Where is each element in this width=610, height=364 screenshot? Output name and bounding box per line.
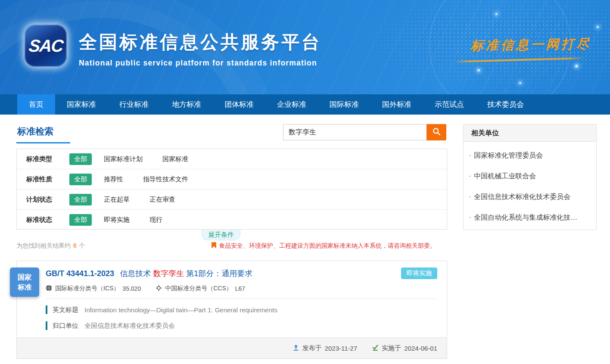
- filter-option[interactable]: 现行: [149, 216, 162, 224]
- filter-option[interactable]: 国家标准: [162, 155, 188, 163]
- site-title: 全国标准信息公共服务平台: [79, 30, 322, 54]
- english-title-row: 英文标题 Information technology—Digital twin…: [46, 305, 447, 315]
- filter-option[interactable]: 正在起草: [104, 196, 130, 204]
- nav-item-technical-committee[interactable]: 技术委员会: [476, 94, 535, 115]
- implemented-date-item: 实施于 2024-06-01: [372, 344, 437, 352]
- header-slogan: 标准信息一网打尽: [470, 35, 591, 55]
- implemented-date: 2024-06-01: [404, 345, 437, 352]
- nav-item-national-standards[interactable]: 国家标准: [55, 94, 108, 115]
- bookmark-icon: [212, 242, 216, 250]
- filter-label: 标准性质: [26, 175, 69, 184]
- glow-dot-decoration: [575, 65, 578, 68]
- glow-dot-decoration: [519, 82, 521, 84]
- filter-row-standard-nature: 标准性质 全部 推荐性 指导性技术文件: [17, 169, 447, 190]
- implement-check-icon: [372, 344, 379, 352]
- category-badge: 国家 标准: [10, 268, 39, 297]
- result-card: 国家 标准 GB/T 43441.1-2023 信息技术 数字孪生 第1部分：通…: [16, 261, 447, 359]
- nav-item-home[interactable]: 首页: [17, 94, 55, 115]
- committee-value: 全国信息技术标准化技术委员会: [84, 322, 175, 330]
- filter-all-badge[interactable]: 全部: [69, 174, 92, 185]
- search-icon: [432, 127, 441, 137]
- publish-upload-icon: [293, 344, 299, 352]
- filter-all-badge[interactable]: 全部: [69, 214, 92, 226]
- sac-logo-text: SAC: [28, 36, 63, 56]
- filter-all-badge[interactable]: 全部: [69, 194, 92, 205]
- result-summary: 为您找到相关结果约 6 个: [16, 242, 85, 250]
- notice-text: 食品安全、环境保护、工程建设方面的国家标准未纳入本系统，请咨询相关部委。: [219, 242, 436, 250]
- section-title-underline: [16, 142, 70, 143]
- nav-item-international-standards[interactable]: 国际标准: [318, 94, 370, 115]
- system-notice: 食品安全、环境保护、工程建设方面的国家标准未纳入本系统，请咨询相关部委。: [212, 242, 447, 250]
- compass-icon: [156, 285, 162, 292]
- site-header: SAC 全国标准信息公共服务平台 National public service…: [0, 0, 610, 94]
- filter-label: 标准状态: [26, 216, 69, 224]
- standard-code-link[interactable]: GB/T 43441.1-2023: [46, 269, 114, 278]
- nav-item-group-standards[interactable]: 团体标准: [213, 94, 265, 115]
- published-date-item: 发布于 2023-11-27: [293, 344, 358, 352]
- english-title-value: Information technology—Digital twin—Part…: [84, 306, 277, 314]
- related-units-title: 相关单位: [464, 124, 596, 142]
- related-units-panel: 相关单位 国家标准化管理委员会 中国机械工业联合会 全国信息技术标准化技术委员会…: [463, 124, 597, 230]
- published-date: 2023-11-27: [325, 345, 358, 352]
- search-term-highlight: 数字孪生: [153, 269, 184, 278]
- main-nav: 首页 国家标准 行业标准 地方标准 团体标准 企业标准 国际标准 国外标准 示范…: [0, 94, 610, 115]
- nav-item-local-standards[interactable]: 地方标准: [160, 94, 213, 115]
- field-label: 归口单位: [53, 322, 78, 330]
- filter-option[interactable]: 即将实施: [104, 216, 130, 224]
- nav-item-industry-standards[interactable]: 行业标准: [108, 94, 160, 115]
- filter-all-badge[interactable]: 全部: [69, 153, 92, 165]
- filter-box: 标准类型 全部 国家标准计划 国家标准 标准性质 全部 推荐性 指导性技术文件 …: [16, 149, 447, 230]
- classification-row: 国际标准分类号（ICS） 35.020 中国标准分类号（CCS） L67: [46, 285, 447, 292]
- filter-row-standard-type: 标准类型 全部 国家标准计划 国家标准: [17, 149, 447, 169]
- filter-option[interactable]: 正在审查: [149, 196, 175, 204]
- site-subtitle: National public service platform for sta…: [79, 59, 322, 68]
- field-accent-bar: [46, 321, 47, 330]
- related-unit-item[interactable]: 国家标准化管理委员会: [469, 145, 590, 166]
- search-box: [283, 124, 446, 140]
- field-label: 英文标题: [53, 306, 78, 314]
- filter-row-plan-status: 计划状态 全部 正在起草 正在审查: [17, 190, 447, 210]
- glow-dot-decoration: [495, 13, 498, 15]
- filter-option[interactable]: 国家标准计划: [104, 155, 143, 163]
- search-button[interactable]: [426, 124, 446, 140]
- result-count: 6: [72, 242, 78, 249]
- globe-icon: [46, 285, 52, 292]
- glow-dot-decoration: [597, 26, 599, 28]
- committee-row: 归口单位 全国信息技术标准化技术委员会: [46, 320, 447, 331]
- glow-dot-decoration: [477, 69, 480, 72]
- status-badge: 即将实施: [401, 268, 437, 279]
- field-accent-bar: [46, 305, 47, 314]
- filter-label: 计划状态: [26, 196, 69, 204]
- filter-row-standard-status: 标准状态 全部 即将实施 现行: [17, 210, 447, 230]
- ics-value: 35.020: [122, 285, 141, 292]
- filter-option[interactable]: 指导性技术文件: [143, 175, 188, 184]
- card-footer: 发布于 2023-11-27 实施于 2024-06-01: [17, 337, 447, 358]
- section-title: 标准检索: [17, 125, 53, 137]
- sac-logo[interactable]: SAC: [25, 25, 67, 67]
- ccs-label: 中国标准分类号（CCS）: [165, 285, 232, 292]
- ics-label: 国际标准分类号（ICS）: [55, 285, 119, 292]
- expand-conditions-button[interactable]: 展开条件: [202, 230, 240, 240]
- standard-title-link[interactable]: 信息技术 数字孪生 第1部分：通用要求: [120, 269, 252, 278]
- page: SAC 全国标准信息公共服务平台 National public service…: [0, 0, 610, 364]
- search-input[interactable]: [283, 124, 426, 140]
- filter-label: 标准类型: [26, 155, 69, 163]
- filter-option[interactable]: 推荐性: [104, 175, 123, 184]
- related-unit-item[interactable]: 全国信息技术标准化技术委员会: [469, 187, 590, 207]
- nav-item-pilot[interactable]: 示范试点: [423, 94, 476, 115]
- nav-item-enterprise-standards[interactable]: 企业标准: [265, 94, 318, 115]
- ccs-value: L67: [235, 285, 245, 292]
- card-divider: [46, 299, 437, 299]
- nav-item-foreign-standards[interactable]: 国外标准: [370, 94, 423, 115]
- related-unit-item[interactable]: 中国机械工业联合会: [469, 166, 590, 187]
- related-unit-item[interactable]: 全国自动化系统与集成标准化技…: [469, 207, 590, 228]
